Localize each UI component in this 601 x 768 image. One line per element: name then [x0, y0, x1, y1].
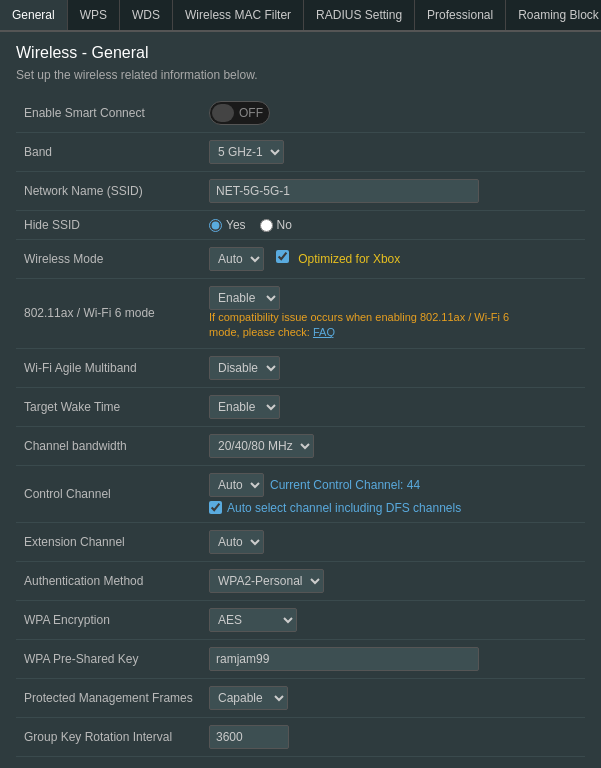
- channel-bandwidth-row: Channel bandwidth 20 MHz 40 MHz 20/40 MH…: [16, 426, 585, 465]
- wifi6-info-message: If compatibility issue occurs when enabl…: [209, 311, 509, 338]
- target-wake-row: Target Wake Time Enable Disable: [16, 387, 585, 426]
- tab-wps[interactable]: WPS: [68, 0, 120, 30]
- hide-ssid-no-label[interactable]: No: [260, 218, 292, 232]
- auth-method-row: Authentication Method Open System WPA-Pe…: [16, 561, 585, 600]
- wifi6-mode-select[interactable]: Enable Disable: [209, 286, 280, 310]
- channel-dfs-group: Auto select channel including DFS channe…: [209, 501, 577, 515]
- tab-roaming-block-list[interactable]: Roaming Block List: [506, 0, 601, 30]
- extension-channel-select[interactable]: Auto: [209, 530, 264, 554]
- target-wake-select[interactable]: Enable Disable: [209, 395, 280, 419]
- hide-ssid-radio-group: Yes No: [209, 218, 577, 232]
- preshared-key-row: WPA Pre-Shared Key: [16, 639, 585, 678]
- smart-connect-label: Enable Smart Connect: [16, 94, 201, 133]
- group-key-label: Group Key Rotation Interval: [16, 717, 201, 756]
- xbox-label: Optimized for Xbox: [298, 252, 400, 266]
- band-select[interactable]: 5 GHz-1 2.4 GHz 5 GHz-2: [209, 140, 284, 164]
- pmf-select[interactable]: Disable Capable Required: [209, 686, 288, 710]
- tab-professional[interactable]: Professional: [415, 0, 506, 30]
- settings-form: Enable Smart Connect OFF Band 5 GHz-1 2.…: [16, 94, 585, 757]
- toggle-text: OFF: [239, 106, 263, 120]
- hide-ssid-yes-radio[interactable]: [209, 219, 222, 232]
- faq-link[interactable]: FAQ: [313, 326, 335, 338]
- auth-method-label: Authentication Method: [16, 561, 201, 600]
- wifi6-mode-row: 802.11ax / Wi-Fi 6 mode Enable Disable I…: [16, 279, 585, 349]
- control-channel-select[interactable]: Auto: [209, 473, 264, 497]
- agile-multiband-row: Wi-Fi Agile Multiband Disable Enable: [16, 348, 585, 387]
- xbox-checkbox[interactable]: [276, 250, 289, 263]
- wpa-encryption-label: WPA Encryption: [16, 600, 201, 639]
- tab-wireless-mac-filter[interactable]: Wireless MAC Filter: [173, 0, 304, 30]
- tab-bar: General WPS WDS Wireless MAC Filter RADI…: [0, 0, 601, 32]
- page-description: Set up the wireless related information …: [16, 68, 585, 82]
- ssid-input[interactable]: [209, 179, 479, 203]
- agile-multiband-select[interactable]: Disable Enable: [209, 356, 280, 380]
- smart-connect-toggle[interactable]: OFF: [209, 101, 270, 125]
- ssid-row: Network Name (SSID): [16, 172, 585, 211]
- smart-connect-row: Enable Smart Connect OFF: [16, 94, 585, 133]
- wpa-encryption-row: WPA Encryption AES TKIP TKIP+AES: [16, 600, 585, 639]
- wireless-mode-select[interactable]: Auto: [209, 247, 264, 271]
- control-channel-wrapper: Auto Current Control Channel: 44 Auto se…: [209, 473, 577, 515]
- band-row: Band 5 GHz-1 2.4 GHz 5 GHz-2: [16, 133, 585, 172]
- tab-radius-setting[interactable]: RADIUS Setting: [304, 0, 415, 30]
- pmf-label: Protected Management Frames: [16, 678, 201, 717]
- target-wake-label: Target Wake Time: [16, 387, 201, 426]
- wireless-mode-row: Wireless Mode Auto Optimized for Xbox: [16, 240, 585, 279]
- extension-channel-label: Extension Channel: [16, 522, 201, 561]
- control-channel-label: Control Channel: [16, 465, 201, 522]
- hide-ssid-row: Hide SSID Yes No: [16, 211, 585, 240]
- wireless-mode-label: Wireless Mode: [16, 240, 201, 279]
- dfs-label: Auto select channel including DFS channe…: [227, 501, 461, 515]
- auth-method-select[interactable]: Open System WPA-Personal WPA2-Personal W…: [209, 569, 324, 593]
- ssid-label: Network Name (SSID): [16, 172, 201, 211]
- hide-ssid-no-radio[interactable]: [260, 219, 273, 232]
- current-channel-info: Current Control Channel: 44: [270, 478, 420, 492]
- channel-bandwidth-select[interactable]: 20 MHz 40 MHz 20/40 MHz 20/40/80 MHz: [209, 434, 314, 458]
- tab-wds[interactable]: WDS: [120, 0, 173, 30]
- group-key-input[interactable]: [209, 725, 289, 749]
- wpa-encryption-select[interactable]: AES TKIP TKIP+AES: [209, 608, 297, 632]
- preshared-key-label: WPA Pre-Shared Key: [16, 639, 201, 678]
- content-area: Wireless - General Set up the wireless r…: [0, 32, 601, 768]
- page-title: Wireless - General: [16, 44, 585, 62]
- wifi6-info-text: If compatibility issue occurs when enabl…: [209, 310, 519, 341]
- toggle-knob: [212, 104, 234, 122]
- dfs-checkbox[interactable]: [209, 501, 222, 514]
- agile-multiband-label: Wi-Fi Agile Multiband: [16, 348, 201, 387]
- pmf-row: Protected Management Frames Disable Capa…: [16, 678, 585, 717]
- wifi6-mode-label: 802.11ax / Wi-Fi 6 mode: [16, 279, 201, 349]
- band-label: Band: [16, 133, 201, 172]
- control-channel-row: Control Channel Auto Current Control Cha…: [16, 465, 585, 522]
- extension-channel-row: Extension Channel Auto: [16, 522, 585, 561]
- preshared-key-input[interactable]: [209, 647, 479, 671]
- group-key-row: Group Key Rotation Interval: [16, 717, 585, 756]
- channel-bandwidth-label: Channel bandwidth: [16, 426, 201, 465]
- hide-ssid-label: Hide SSID: [16, 211, 201, 240]
- tab-general[interactable]: General: [0, 0, 68, 30]
- hide-ssid-yes-label[interactable]: Yes: [209, 218, 246, 232]
